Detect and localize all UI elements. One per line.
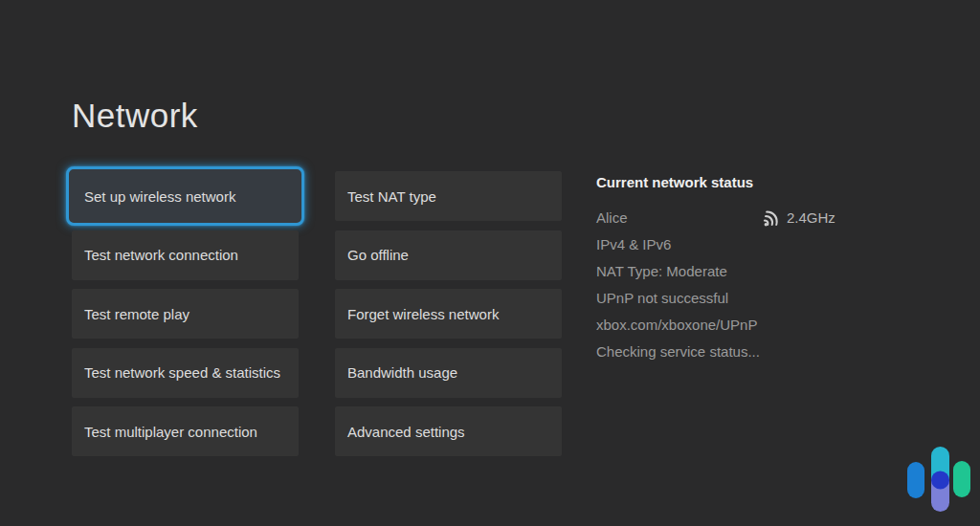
logo-circle: [931, 471, 949, 490]
wifi-band: 2.4GHz: [787, 205, 835, 231]
page-title: Network: [72, 97, 198, 135]
button-set-up-wireless-network[interactable]: Set up wireless network: [66, 166, 304, 226]
logo-bar-green: [953, 461, 970, 497]
status-heading: Current network status: [596, 174, 845, 190]
button-test-multiplayer-connection[interactable]: Test multiplayer connection: [72, 406, 299, 456]
status-line-service-status: Checking service status...: [596, 339, 845, 365]
button-label: Forget wireless network: [347, 306, 499, 322]
wifi-band-group: 2.4GHz: [759, 205, 835, 231]
button-advanced-settings[interactable]: Advanced settings: [335, 406, 562, 456]
menu-column-left: Set up wireless network Test network con…: [72, 171, 299, 456]
button-label: Test network speed & statistics: [84, 364, 280, 381]
status-line-network-name: Alice 2.4GHz: [596, 205, 845, 231]
status-line-upnp-url: xbox.com/xboxone/UPnP: [596, 312, 845, 339]
status-line-upnp-status: UPnP not successful: [596, 285, 845, 312]
status-line-ip-protocols: IPv4 & IPv6: [596, 231, 845, 258]
xbox-network-settings-screen: Network Set up wireless network Test net…: [0, 0, 980, 526]
brand-logo: [904, 444, 973, 515]
button-label: Test NAT type: [347, 188, 436, 205]
button-bandwidth-usage[interactable]: Bandwidth usage: [335, 348, 562, 398]
network-name: Alice: [596, 209, 628, 226]
network-status-panel: Current network status Alice 2.4GHz IPv4…: [596, 174, 845, 365]
button-test-remote-play[interactable]: Test remote play: [72, 289, 299, 339]
button-forget-wireless-network[interactable]: Forget wireless network: [335, 289, 562, 339]
button-test-network-connection[interactable]: Test network connection: [72, 230, 299, 280]
button-label: Test multiplayer connection: [84, 424, 257, 440]
button-go-offline[interactable]: Go offline: [335, 230, 562, 280]
button-label: Test remote play: [84, 306, 189, 322]
button-test-nat-type[interactable]: Test NAT type: [335, 171, 562, 221]
button-test-network-speed-statistics[interactable]: Test network speed & statistics: [72, 348, 299, 398]
status-line-nat-type: NAT Type: Moderate: [596, 258, 845, 285]
menu-column-middle: Test NAT type Go offline Forget wireless…: [335, 171, 562, 456]
wifi-dot: [765, 223, 768, 226]
button-label: Go offline: [347, 247, 409, 263]
button-label: Advanced settings: [347, 424, 465, 440]
button-label: Test network connection: [84, 247, 238, 263]
button-label: Set up wireless network: [84, 188, 235, 205]
logo-bar-blue: [907, 462, 924, 498]
wifi-signal-icon: [759, 208, 781, 228]
button-label: Bandwidth usage: [347, 364, 457, 381]
